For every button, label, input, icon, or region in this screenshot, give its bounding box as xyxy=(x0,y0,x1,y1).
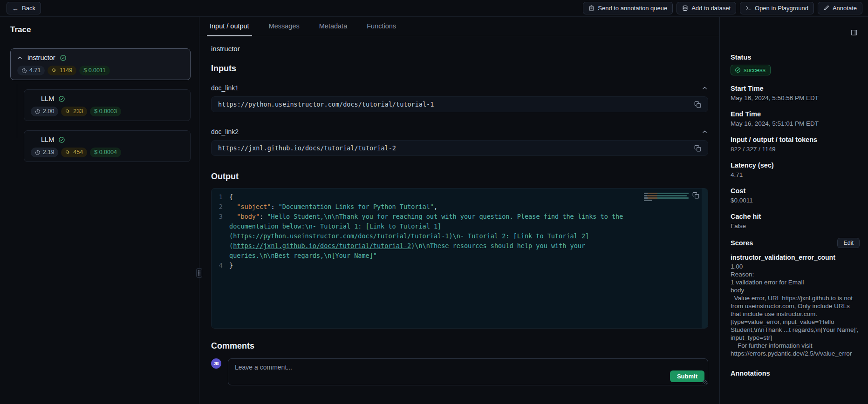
avatar: JB xyxy=(211,358,221,369)
input-value: https://jxnl.github.io/docs/tutorial/tut… xyxy=(218,144,396,152)
add-to-dataset-button[interactable]: Add to dataset xyxy=(677,2,736,14)
editor-scrollbar[interactable] xyxy=(702,189,708,328)
send-to-annotation-queue-button[interactable]: Send to annotation queue xyxy=(583,2,673,14)
latency-badge: 2.00 xyxy=(31,107,58,116)
comments-heading: Comments xyxy=(211,341,708,351)
trace-panel-title: Trace xyxy=(10,25,191,34)
cost-badge: $ 0.0004 xyxy=(90,148,121,157)
detail-field: Start Time May 16, 2024, 5:50:56 PM EDT xyxy=(731,84,860,102)
code-token: : xyxy=(260,213,267,220)
back-arrow-icon: ← xyxy=(12,5,19,12)
trace-span-instructor[interactable]: instructor 4.71 1149 $ 0.0011 xyxy=(10,48,191,80)
collapse-chevron-icon[interactable] xyxy=(16,54,23,61)
detail-field: Cost $0.0011 xyxy=(731,187,860,204)
detail-field: Latency (sec) 4.71 xyxy=(731,161,860,179)
success-check-icon xyxy=(60,54,67,61)
drag-grip-icon xyxy=(198,270,201,276)
annotation-queue-icon xyxy=(588,5,595,11)
output-code-editor[interactable]: 1 { 2 "subject": "Documentation Links fo… xyxy=(211,188,708,329)
comment-composer: JB Submit xyxy=(211,358,708,385)
output-heading: Output xyxy=(211,172,708,182)
copy-icon[interactable] xyxy=(694,101,701,108)
dataset-icon xyxy=(682,5,688,11)
back-button[interactable]: ← Back xyxy=(7,2,41,14)
input-value-block: https://jxnl.github.io/docs/tutorial/tut… xyxy=(211,140,708,156)
observation-title: instructor xyxy=(211,45,708,53)
submit-comment-button[interactable]: Submit xyxy=(670,370,704,382)
annotate-button[interactable]: Annotate xyxy=(818,2,862,14)
annotations-heading: Annotations xyxy=(731,370,860,377)
line-content: "body": "Hello Student,\n\nThank you for… xyxy=(229,212,708,261)
input-block: doc_link2 https://jxnl.github.io/docs/tu… xyxy=(211,128,708,156)
observation-body: instructor Inputs doc_link1 https://pyth… xyxy=(199,36,719,404)
trace-span-llm-2[interactable]: LLM 2.19 454 xyxy=(24,130,191,162)
input-header: doc_link2 xyxy=(211,128,708,136)
trace-tree-panel: Trace instructor 4.71 xyxy=(0,17,199,404)
editor-minimap xyxy=(644,193,689,201)
detail-field: Input / output / total tokens 822 / 327 … xyxy=(731,135,860,153)
latency-badge: 2.19 xyxy=(31,148,58,157)
cost-badge: $ 0.0003 xyxy=(90,107,121,116)
field-label: End Time xyxy=(731,110,860,118)
edit-scores-button[interactable]: Edit xyxy=(837,238,860,248)
field-value: 4.71 xyxy=(731,171,860,179)
latency-badge: 4.71 xyxy=(17,66,45,75)
content-area: Trace instructor 4.71 xyxy=(0,17,868,404)
code-token: { xyxy=(229,193,233,201)
tab-functions[interactable]: Functions xyxy=(364,17,399,36)
status-label: Status xyxy=(731,53,860,61)
chevron-up-icon[interactable] xyxy=(701,128,708,135)
status-field: Status success xyxy=(731,53,860,75)
code-token: , xyxy=(434,203,437,210)
copy-output-icon[interactable] xyxy=(692,192,699,199)
clock-icon xyxy=(35,150,41,155)
tokens-badge: 233 xyxy=(61,107,87,116)
input-name: doc_link1 xyxy=(211,84,239,92)
span-name: LLM xyxy=(41,136,54,143)
span-name: LLM xyxy=(41,95,54,102)
copy-icon[interactable] xyxy=(694,145,701,152)
cost-badge: $ 0.0011 xyxy=(79,66,110,75)
chevron-up-icon[interactable] xyxy=(701,85,708,92)
scores-heading: Scores xyxy=(731,239,753,247)
open-in-playground-button[interactable]: Open in Playground xyxy=(740,2,814,14)
field-value: $0.0011 xyxy=(731,196,860,204)
topbar: ← Back Send to annotation queue Add to d… xyxy=(0,0,868,17)
input-header: doc_link1 xyxy=(211,84,708,92)
tokens-icon xyxy=(65,109,71,114)
code-lines: 1 { 2 "subject": "Documentation Links fo… xyxy=(212,192,708,270)
line-content: } xyxy=(229,261,708,270)
code-line: 1 { xyxy=(212,192,708,202)
annotate-icon xyxy=(823,5,829,11)
line-number: 4 xyxy=(212,261,229,270)
code-line: 4 } xyxy=(212,261,708,270)
detail-field: Cache hit False xyxy=(731,212,860,230)
score-reason-text: 1 validation error for Email body Value … xyxy=(731,278,860,357)
line-number: 2 xyxy=(212,202,229,212)
line-number: 1 xyxy=(212,192,229,202)
clock-icon xyxy=(21,68,27,74)
score-name: instructor_validation_error_count xyxy=(731,254,860,262)
field-label: Start Time xyxy=(731,84,860,93)
playground-icon xyxy=(745,5,752,11)
span-badges: 2.00 233 $ 0.0003 xyxy=(30,107,185,116)
collapse-panel-icon[interactable] xyxy=(850,29,858,36)
success-check-icon xyxy=(58,136,65,143)
code-token: https://python.useinstructor.com/docs/tu… xyxy=(233,232,449,240)
code-token: "Documentation Links for Python Tutorial… xyxy=(279,203,434,210)
comment-input[interactable] xyxy=(228,359,708,385)
span-children: LLM 2.00 233 xyxy=(24,89,191,162)
field-label: Latency (sec) xyxy=(731,161,860,169)
tab-messages[interactable]: Messages xyxy=(266,17,302,36)
tab-metadata[interactable]: Metadata xyxy=(316,17,350,36)
input-value: https://python.useinstructor.com/docs/tu… xyxy=(218,101,434,108)
panel-resize-handle[interactable] xyxy=(196,268,202,278)
tab-input-output[interactable]: Input / output xyxy=(207,17,252,36)
success-check-icon xyxy=(58,95,65,102)
trace-span-llm-1[interactable]: LLM 2.00 233 xyxy=(24,89,191,121)
code-line: 2 "subject": "Documentation Links for Py… xyxy=(212,202,708,212)
tokens-badge: 454 xyxy=(61,148,87,157)
field-value: 822 / 327 / 1149 xyxy=(731,145,860,153)
tokens-icon xyxy=(65,150,71,155)
trace-detail-page: ← Back Send to annotation queue Add to d… xyxy=(0,0,868,404)
